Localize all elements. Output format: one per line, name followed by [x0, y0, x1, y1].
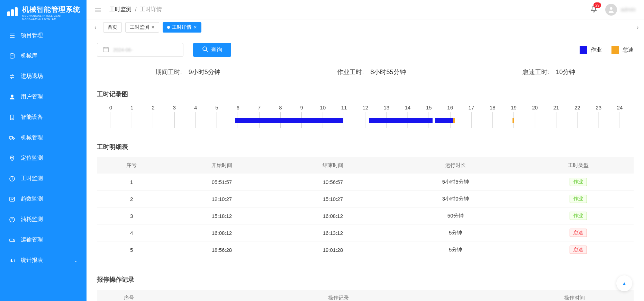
sidebar-item-trend[interactable]: 趋数监测 [0, 189, 87, 209]
sidebar-item-transport[interactable]: 运输管理 [0, 230, 87, 250]
sidebar-item-user[interactable]: 用户管理 [0, 87, 87, 107]
timeline-tick: 24 [617, 105, 623, 128]
sidebar-item-clock[interactable]: 工时监测 [0, 168, 87, 189]
sidebar-item-label: 油耗监测 [21, 216, 78, 223]
tab[interactable]: 工时监测✕ [125, 22, 159, 33]
sidebar-item-label: 定位监测 [21, 154, 78, 162]
timeline-segment [369, 118, 433, 123]
db-icon [9, 53, 15, 59]
timeline-tick: 6 [237, 105, 239, 128]
back-to-top-button[interactable]: ▲ [616, 275, 632, 291]
sidebar-item-label: 趋数监测 [21, 195, 78, 203]
nav: 项目管理机械库进场退场用户管理智能设备机械管理定位监测工时监测趋数监测油耗监测运… [0, 25, 87, 301]
timeline-tick: 18 [490, 105, 496, 128]
timeline-segment [435, 118, 453, 123]
transport-icon [9, 237, 15, 243]
tab[interactable]: 工时详情✕ [163, 22, 201, 33]
close-icon[interactable]: ✕ [193, 25, 197, 30]
table-row: 105:51:5710:56:575小时5分钟作业 [97, 174, 634, 191]
type-tag: 作业 [570, 212, 587, 220]
date-input[interactable]: 2024-06- [97, 43, 183, 57]
tabs-prev-icon[interactable]: ‹ [90, 24, 101, 30]
fuel-icon [9, 216, 15, 223]
svg-rect-2 [15, 7, 18, 16]
clock-icon [9, 176, 15, 182]
table-header: 开始时间 [166, 157, 278, 174]
timeline-tick: 1 [130, 105, 133, 128]
sidebar-item-label: 运输管理 [21, 236, 78, 244]
username[interactable]: admin [620, 7, 636, 13]
tab-label: 工时详情 [172, 24, 191, 30]
sidebar-item-db[interactable]: 机械库 [0, 46, 87, 66]
legend-swatch-orange [611, 46, 619, 54]
sidebar-item-label: 用户管理 [21, 93, 78, 100]
search-button[interactable]: 查询 [193, 43, 231, 57]
timeline-tick: 4 [194, 105, 197, 128]
svg-point-4 [11, 95, 13, 97]
tab-label: 首页 [108, 24, 117, 30]
tab-label: 工时监测 [130, 24, 149, 30]
detail-table: 序号开始时间结束时间运行时长工时类型 105:51:5710:56:575小时5… [97, 157, 634, 258]
sidebar-item-label: 机械库 [21, 52, 78, 60]
timeline-tick: 19 [511, 105, 517, 128]
stats-icon [9, 257, 15, 264]
search-button-label: 查询 [211, 46, 222, 54]
svg-point-3 [10, 53, 14, 55]
svg-rect-13 [10, 239, 13, 241]
topbar: 工时监测 / 工时详情 29 admin [87, 0, 644, 19]
sidebar-item-transfer[interactable]: 进场退场 [0, 66, 87, 87]
sidebar-item-truck[interactable]: 机械管理 [0, 127, 87, 148]
table-header: 序号 [97, 157, 166, 174]
timeline-tick: 17 [469, 105, 474, 128]
table-header: 操作时间 [516, 290, 634, 301]
svg-point-8 [13, 139, 14, 140]
timeline-segment [235, 118, 343, 123]
timeline-tick: 2 [152, 105, 154, 128]
breadcrumb-item: 工时详情 [140, 6, 162, 13]
sidebar-item-stats[interactable]: 统计报表⌄ [0, 250, 87, 271]
timeline-tick: 11 [341, 105, 347, 128]
timeline-segment [513, 118, 514, 123]
sidebar-item-label: 工时监测 [21, 175, 78, 182]
svg-rect-1 [11, 9, 14, 16]
chevron-down-icon: ⌄ [74, 258, 78, 263]
tabs-next-icon[interactable]: › [631, 19, 644, 35]
type-tag: 作业 [570, 178, 587, 186]
table-row: 212:10:2715:10:273小时0分钟作业 [97, 191, 634, 207]
close-icon[interactable]: ✕ [151, 25, 155, 30]
brand: 机械智能管理系统 MECHANICAL INTELLIGENT MANAGEME… [0, 0, 87, 25]
sidebar: 机械智能管理系统 MECHANICAL INTELLIGENT MANAGEME… [0, 0, 87, 301]
stat-work: 作业工时: 8小时55分钟 [337, 68, 406, 76]
content: 2024-06- 查询 作业 怠速 [87, 35, 644, 301]
tab-active-dot [167, 26, 170, 29]
legend-work: 作业 [580, 46, 602, 54]
sidebar-item-project[interactable]: 项目管理 [0, 25, 87, 46]
menu-toggle-icon[interactable] [95, 7, 102, 12]
tab[interactable]: 首页 [103, 22, 122, 33]
table2-title: 报停操作记录 [97, 275, 634, 284]
stats-row: 期间工时: 9小时5分钟 作业工时: 8小时55分钟 怠速工时: 10分钟 [97, 57, 634, 85]
search-icon [202, 46, 208, 54]
timeline-tick: 20 [532, 105, 538, 128]
table-row: 416:08:1216:13:125分钟怠速 [97, 224, 634, 241]
brand-title: 机械智能管理系统 [22, 5, 80, 14]
avatar[interactable] [605, 4, 617, 16]
timeline-tick: 21 [553, 105, 559, 128]
timeline-tick: 0 [109, 105, 112, 128]
stop-table: 序号操作记录操作时间 [97, 290, 634, 301]
table-row: 315:18:1216:08:1250分钟作业 [97, 207, 634, 224]
sidebar-item-location[interactable]: 定位监测 [0, 148, 87, 168]
sidebar-item-device[interactable]: 智能设备 [0, 107, 87, 127]
notification-icon[interactable]: 29 [590, 5, 598, 14]
svg-point-14 [610, 7, 613, 9]
timeline-chart: 0123456789101112131415161718192021222324 [111, 105, 620, 132]
sidebar-item-label: 机械管理 [21, 134, 78, 141]
user-icon [9, 94, 15, 100]
sidebar-item-fuel[interactable]: 油耗监测 [0, 209, 87, 230]
breadcrumb-item[interactable]: 工时监测 [109, 6, 131, 13]
sidebar-item-label: 智能设备 [21, 114, 78, 121]
device-icon [9, 114, 15, 121]
chart-title: 工时记录图 [97, 90, 634, 98]
date-value: 2024-06- [113, 47, 133, 53]
table1-title: 工时明细表 [97, 143, 634, 151]
